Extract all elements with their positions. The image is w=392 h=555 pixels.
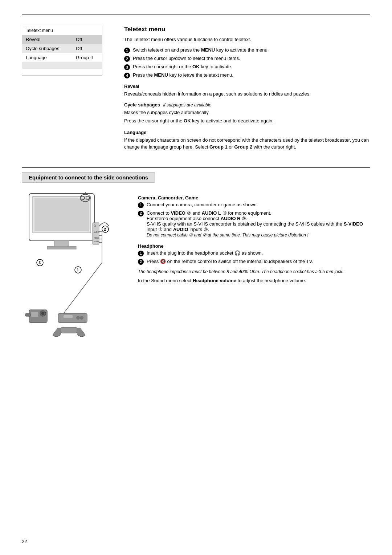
cycle-line2: Press the cursor right or the OK key to …	[124, 117, 370, 125]
language-block: Language If the displayed characters on …	[124, 130, 370, 151]
headphone-italic-block: The headphone impedance must be between …	[138, 268, 370, 284]
step2-text: Press the cursor up/down to select the m…	[133, 56, 240, 61]
menu-row-label-cycle: Cycle subpages	[22, 44, 72, 53]
teletext-menu-table: Teletext menu Reveal Off Cycle subpages …	[22, 26, 102, 75]
diagram-area: 🎧 • AUDIO • VIDEO S-VIDEO 2 3 1	[22, 190, 123, 351]
svg-text:AUDIO: AUDIO	[94, 231, 99, 233]
top-divider	[22, 15, 370, 15]
headphone-step-1: 1 Insert the plug into the headphone soc…	[138, 250, 370, 256]
menu-row-label-reveal: Reveal	[22, 35, 72, 44]
menu-row-reveal: Reveal Off	[22, 35, 102, 44]
menu-row-value-cycle: Off	[72, 44, 102, 53]
step1-text: Switch teletext on and press the MENU ke…	[133, 47, 269, 53]
svg-text:VIDEO: VIDEO	[94, 237, 99, 239]
step2-num: 2	[124, 56, 130, 62]
cycle-body: Makes the subpages cycle automatically. …	[124, 109, 370, 125]
menu-row-value-language: Group II	[72, 53, 102, 62]
teletext-step-2: 2 Press the cursor up/down to select the…	[124, 56, 370, 62]
svg-text:1: 1	[77, 268, 79, 272]
camera-steps-list: 1 Connect your camera, camcorder or game…	[138, 202, 370, 238]
equipment-section: Equipment to connect to the side connect…	[22, 167, 370, 351]
teletext-step-4: 4 Press the MENU key to leave the telete…	[124, 72, 370, 78]
step4-num: 4	[124, 73, 130, 78]
cycle-title: Cycle subpages	[124, 102, 160, 108]
top-section: Teletext menu Reveal Off Cycle subpages …	[22, 26, 370, 153]
camera-title: Camera, Camcorder, Game	[138, 195, 370, 200]
step3-text: Press the cursor right or the OK key to …	[133, 64, 232, 69]
cycle-subtitle: if subpages are available	[163, 102, 212, 108]
svg-text:3: 3	[39, 261, 41, 265]
svg-point-31	[41, 312, 44, 315]
step4-text: Press the MENU key to leave the teletext…	[133, 72, 233, 78]
teletext-steps-list: 1 Switch teletext on and press the MENU …	[124, 47, 370, 78]
step3-num: 3	[124, 64, 130, 70]
svg-rect-29	[31, 312, 38, 317]
cam-italic: Do not connect cable ① and ② at the same…	[147, 232, 309, 238]
teletext-intro: The Teletext menu offers various functio…	[124, 37, 370, 42]
bottom-content: 🎧 • AUDIO • VIDEO S-VIDEO 2 3 1	[22, 190, 370, 351]
svg-rect-3	[54, 241, 69, 246]
equipment-title: Equipment to connect to the side connect…	[22, 172, 155, 183]
menu-row-empty2	[22, 69, 102, 75]
page-number: 22	[22, 539, 27, 544]
right-instructions: Camera, Camcorder, Game 1 Connect your c…	[138, 190, 370, 351]
language-title: Language	[124, 130, 370, 135]
reveal-title: Reveal	[124, 84, 370, 89]
hp-step2-num: 2	[138, 259, 144, 265]
svg-text:S-VIDEO: S-VIDEO	[94, 240, 101, 243]
svg-text:🎧: 🎧	[94, 224, 96, 227]
menu-row-label-language: Language	[22, 53, 72, 62]
menu-table-container: Teletext menu Reveal Off Cycle subpages …	[22, 26, 102, 153]
cam-step2-num: 2	[138, 211, 144, 216]
hp-step1-text: Insert the plug into the headphone socke…	[147, 250, 263, 256]
svg-rect-36	[64, 315, 73, 318]
cam-step1-text: Connect your camera, camcorder or game a…	[147, 202, 258, 207]
language-body: If the displayed characters on screen do…	[124, 137, 370, 151]
menu-table-title: Teletext menu	[22, 26, 102, 35]
menu-row-cycle: Cycle subpages Off	[22, 44, 102, 53]
svg-rect-2	[34, 198, 89, 231]
svg-point-35	[80, 316, 83, 320]
teletext-step-1: 1 Switch teletext on and press the MENU …	[124, 47, 370, 53]
cycle-line1: Makes the subpages cycle automatically.	[124, 109, 370, 116]
menu-row-empty1	[22, 62, 102, 69]
connection-diagram: 🎧 • AUDIO • VIDEO S-VIDEO 2 3 1	[22, 190, 116, 350]
camera-step-1: 1 Connect your camera, camcorder or game…	[138, 202, 370, 208]
cam-step1-num: 1	[138, 202, 144, 208]
cam-step2-text: Connect to VIDEO ② and AUDIO L ③ for mon…	[147, 210, 370, 238]
headphone-last-line: In the Sound menu select Headphone volum…	[138, 277, 370, 284]
svg-point-34	[76, 316, 80, 320]
teletext-right-content: Teletext menu The Teletext menu offers v…	[124, 26, 370, 153]
menu-row-language: Language Group II	[22, 53, 102, 62]
teletext-title: Teletext menu	[124, 26, 370, 33]
camera-step-2: 2 Connect to VIDEO ② and AUDIO L ③ for m…	[138, 210, 370, 238]
svg-rect-37	[61, 327, 77, 333]
menu-table-wrapper: Teletext menu Reveal Off Cycle subpages …	[22, 26, 102, 76]
headphone-italic: The headphone impedance must be between …	[138, 268, 370, 275]
hp-step1-num: 1	[138, 251, 144, 256]
cycle-block: Cycle subpages if subpages are available…	[124, 102, 370, 125]
menu-row-value-reveal: Off	[72, 35, 102, 44]
headphone-steps-list: 1 Insert the plug into the headphone soc…	[138, 250, 370, 265]
hp-step2-text: Press 🔇 on the remote control to switch …	[147, 259, 313, 264]
teletext-step-3: 3 Press the cursor right or the OK key t…	[124, 64, 370, 70]
reveal-body: Reveals/conceals hidden information on a…	[124, 90, 370, 98]
svg-text:2: 2	[104, 227, 106, 231]
svg-rect-4	[47, 246, 76, 249]
page: Teletext menu Reveal Off Cycle subpages …	[0, 0, 392, 555]
headphone-step-2: 2 Press 🔇 on the remote control to switc…	[138, 259, 370, 265]
svg-rect-32	[25, 313, 30, 316]
headphone-title: Headphone	[138, 243, 370, 249]
step1-num: 1	[124, 48, 130, 53]
